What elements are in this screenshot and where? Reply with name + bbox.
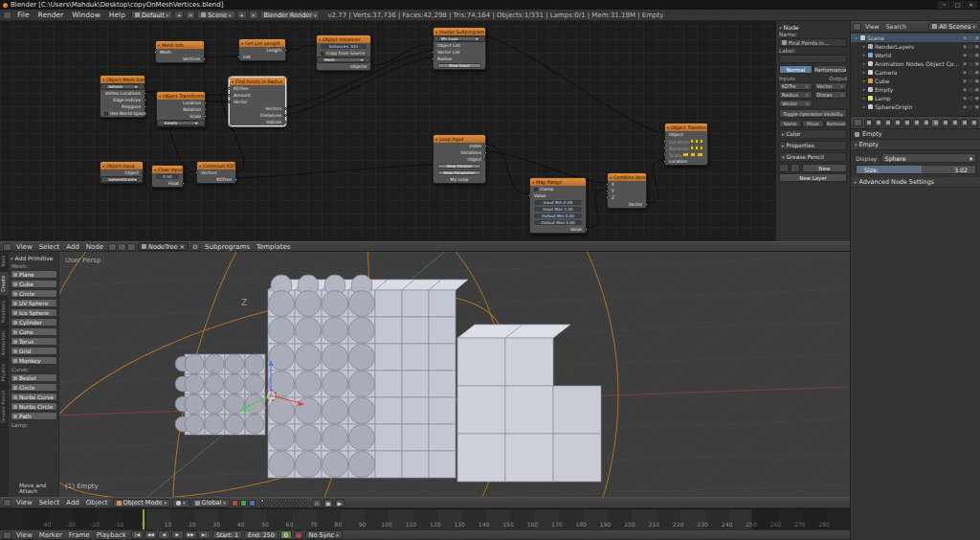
manipulator-scale-icon[interactable] xyxy=(249,500,256,506)
add-bezier-button[interactable]: Bezier xyxy=(11,373,57,382)
visibility-icon[interactable]: ◉ xyxy=(963,44,967,49)
menu-subprograms[interactable]: Subprograms xyxy=(202,243,253,251)
node-mesh-info[interactable]: ▾Mesh InfoMeshVertices xyxy=(155,40,205,63)
animation-nodes-icon[interactable] xyxy=(127,243,136,251)
layer-5[interactable] xyxy=(279,499,283,503)
menu-object[interactable]: Object xyxy=(83,499,111,506)
size-slider[interactable]: Size:3.02 xyxy=(856,165,976,174)
current-frame-field[interactable]: 0 xyxy=(280,530,292,539)
input-socket[interactable] xyxy=(528,194,531,197)
node-value-field[interactable]: Output Max 5.00 xyxy=(534,220,582,226)
menu-search[interactable]: Search xyxy=(883,23,909,30)
layer-16[interactable] xyxy=(284,504,288,507)
menu-view[interactable]: View xyxy=(13,243,35,251)
output-socket[interactable] xyxy=(203,57,206,60)
visibility-icon[interactable]: ◉ xyxy=(963,104,967,109)
node-axis-toggle-row[interactable]: Rotation xyxy=(665,145,707,151)
layer-2[interactable] xyxy=(265,499,269,503)
input-socket[interactable] xyxy=(606,196,609,199)
props-tab-texture[interactable] xyxy=(950,119,959,127)
node-button[interactable]: New Iterator xyxy=(437,164,481,169)
axis-toggle[interactable] xyxy=(697,152,703,157)
props-tab-render[interactable] xyxy=(864,119,873,127)
scene-dropdown[interactable]: Scene▾ xyxy=(197,11,234,19)
input-socket-item[interactable]: Vector× xyxy=(779,100,813,107)
input-socket[interactable] xyxy=(663,146,666,149)
input-socket[interactable] xyxy=(195,171,198,174)
node-collapse-icon[interactable]: ▾ xyxy=(159,94,161,99)
outliner[interactable]: ViewSearch All Scenes▾ ▸Scene◉○▣▸RenderL… xyxy=(851,21,980,117)
gp-new-layer-button[interactable]: New Layer xyxy=(779,173,847,182)
layer-1[interactable] xyxy=(260,499,264,503)
name-button[interactable]: Name xyxy=(779,120,801,127)
output-socket[interactable] xyxy=(484,158,487,161)
menu-templates[interactable]: Templates xyxy=(254,243,294,251)
screen-layout-dropdown[interactable]: Default▾ xyxy=(131,11,172,19)
remove-icon[interactable]: × xyxy=(840,83,844,89)
output-socket[interactable] xyxy=(144,99,146,101)
input-socket[interactable] xyxy=(663,160,666,163)
selectability-icon[interactable]: ○ xyxy=(969,35,972,40)
renderability-icon[interactable]: ▣ xyxy=(974,61,979,66)
node-title[interactable]: ▾Find Points in Radius xyxy=(230,78,285,85)
node-object-mesh-data[interactable]: ▾Object Mesh DataSphere▾Vertex Locations… xyxy=(100,75,145,118)
outputs-header[interactable]: Output xyxy=(829,76,847,81)
node-object-input[interactable]: ▾Object InputObjectSphereOrigin▾ xyxy=(100,161,144,184)
add-cube-button[interactable]: Cube xyxy=(11,280,57,288)
output-socket[interactable] xyxy=(144,105,146,108)
expand-icon[interactable]: ▸ xyxy=(860,104,868,109)
node-value-field[interactable]: 0.50 xyxy=(156,174,179,180)
output-socket-item[interactable]: Vector× xyxy=(814,82,848,90)
advanced-node-settings-panel-header[interactable]: ▸Advanced Node Settings xyxy=(851,177,980,188)
layer-9[interactable] xyxy=(299,499,302,503)
node-collapse-icon[interactable]: ▾ xyxy=(319,37,321,42)
node-editor-type-icon[interactable] xyxy=(3,243,11,251)
minimize-button[interactable]: ─ xyxy=(938,1,950,9)
node-value-field[interactable]: Output Min 0.00 xyxy=(534,214,582,219)
add-grid-button[interactable]: Grid xyxy=(11,347,57,355)
layer-3[interactable] xyxy=(270,499,274,503)
add-ico-sphere-button[interactable]: Ico Sphere xyxy=(11,308,57,317)
snap-magnet-icon[interactable]: ∩ xyxy=(312,499,322,507)
renderability-icon[interactable]: ▣ xyxy=(974,70,979,75)
layer-12[interactable] xyxy=(265,504,269,507)
toolshelf-tab-physics[interactable]: Physics xyxy=(0,360,9,387)
play-button[interactable]: ▶ xyxy=(171,530,184,539)
props-tab-physics[interactable] xyxy=(969,119,978,127)
visibility-icon[interactable]: ◉ xyxy=(963,96,967,101)
menu-render[interactable]: Render xyxy=(34,11,68,19)
display-dropdown[interactable]: Sphere▾ xyxy=(881,153,976,163)
menu-view[interactable]: View xyxy=(13,499,35,506)
layer-10[interactable] xyxy=(303,499,307,503)
node-label-field[interactable] xyxy=(779,55,847,63)
outliner-item-sphereorigin[interactable]: ▸SphereOrigin◉○▣ xyxy=(851,102,980,111)
outliner-item-world[interactable]: ▸World◉○▣ xyxy=(851,51,980,59)
info-editor-icon[interactable] xyxy=(3,11,11,19)
toolshelf-tab-grease-pencil[interactable]: Grease Pencil xyxy=(0,387,9,428)
node-checkbox-row[interactable]: Clamp xyxy=(530,186,586,192)
node-collapse-icon[interactable]: ▾ xyxy=(435,30,437,34)
menu-window[interactable]: Window xyxy=(68,11,104,19)
frame-start-field[interactable]: Start:1 xyxy=(212,530,242,539)
axis-toggle[interactable] xyxy=(690,146,694,150)
output-socket[interactable] xyxy=(182,182,185,185)
node-collapse-icon[interactable]: ▾ xyxy=(154,168,156,172)
renderability-icon[interactable]: ▣ xyxy=(974,96,979,101)
compositing-nodes-icon[interactable] xyxy=(118,243,126,251)
node-collapse-icon[interactable]: ▾ xyxy=(241,41,243,46)
render-engine-dropdown[interactable]: Blender Render▾ xyxy=(260,11,321,19)
node-collapse-icon[interactable]: ▾ xyxy=(610,175,612,180)
input-socket-item[interactable]: Radius× xyxy=(779,91,813,99)
axis-toggle[interactable] xyxy=(695,139,699,144)
visibility-icon[interactable]: ◉ xyxy=(963,79,967,83)
node-title[interactable]: ▾Object Mesh Data xyxy=(100,76,145,83)
layer-6[interactable] xyxy=(284,499,288,503)
unlink-icon[interactable]: × xyxy=(180,243,185,251)
gp-erase-icon[interactable] xyxy=(791,164,800,172)
timeline-editor-type-icon[interactable] xyxy=(3,531,11,539)
input-socket[interactable] xyxy=(432,57,434,60)
node-title[interactable]: ▾Loop Input xyxy=(434,135,485,143)
output-socket[interactable] xyxy=(144,92,146,95)
pivot-dropdown[interactable]: Global▾ xyxy=(191,499,230,507)
node-title[interactable]: ▾Invoke Subprogram xyxy=(434,28,485,35)
